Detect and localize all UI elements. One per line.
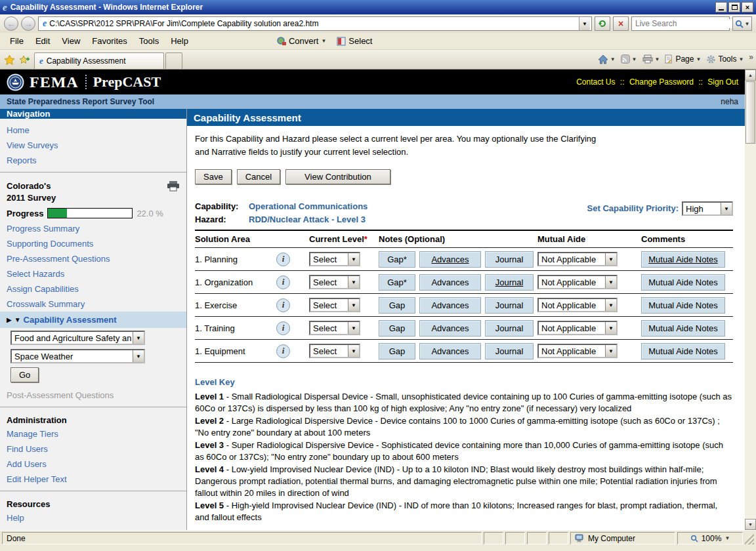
favorites-star-icon[interactable] [4,54,15,66]
sidebar-item-reports[interactable]: Reports [0,153,186,168]
sidebar-item-add-users[interactable]: Add Users [0,457,186,472]
advances-button[interactable]: Advances [419,274,481,291]
sidebar-item-pre-assessment-questions[interactable]: Pre-Assessment Questions [0,251,186,266]
sidebar-item-capability-assessment-active[interactable]: ▶ ▼ Capability Assessment [0,312,186,328]
journal-button[interactable]: Journal [485,320,534,337]
sidebar-item-assign-capabilities[interactable]: Assign Capabilities [0,281,186,296]
feeds-button[interactable]: ▼ [621,54,637,64]
mutual-aide-select[interactable]: Not Applicable▼ [537,252,618,266]
cancel-button[interactable]: Cancel [237,169,280,184]
sidebar-item-faq[interactable]: FAQ [0,525,186,530]
home-button[interactable]: ▼ [598,54,616,64]
menu-help[interactable]: Help [165,34,194,48]
sidebar-item-crosswalk-summary[interactable]: Crosswalk Summary [0,296,186,312]
scroll-up-button[interactable]: ▲ [745,70,756,81]
mutual-aide-notes-button[interactable]: Mutual Aide Notes [641,343,725,359]
current-level-select[interactable]: Select▼ [309,344,360,358]
info-icon[interactable]: i [276,253,290,266]
menu-view[interactable]: View [56,34,86,48]
scrollbar-thumb[interactable] [746,81,755,144]
back-button[interactable]: ← [4,16,18,31]
sidebar-item-home[interactable]: Home [0,123,186,138]
stop-button[interactable]: × [613,16,629,31]
resize-grip[interactable] [745,532,754,544]
info-icon[interactable]: i [276,298,290,312]
sidebar-item-manage-tiers[interactable]: Manage Tiers [0,426,186,441]
search-go-button[interactable]: ▼ [732,16,752,31]
new-tab-stub[interactable] [165,52,182,69]
mutual-aide-notes-button[interactable]: Mutual Aide Notes [641,297,725,314]
advances-button[interactable]: Advances [419,343,481,359]
live-search-input[interactable] [632,19,740,28]
mutual-aide-notes-button[interactable]: Mutual Aide Notes [641,274,725,291]
minimize-button[interactable] [715,2,727,12]
mutual-aide-notes-button[interactable]: Mutual Aide Notes [641,320,725,337]
menu-file[interactable]: File [4,34,30,48]
priority-select[interactable]: High ▼ [682,201,733,216]
toolbar-overflow-chevron[interactable]: » [749,52,753,66]
close-button[interactable]: × [742,2,753,12]
address-input[interactable] [49,19,579,28]
convert-button[interactable]: Convert ▼ [273,35,330,47]
advances-button[interactable]: Advances [419,320,481,337]
sign-out-link[interactable]: Sign Out [707,77,738,87]
gap-button[interactable]: Gap* [379,274,415,291]
forward-button[interactable]: → [21,16,35,31]
add-favorite-icon[interactable] [19,54,30,66]
capability-select[interactable]: Food and Agriculture Safety an ▼ [10,331,145,345]
sidebar-item-progress-summary[interactable]: Progress Summary [0,221,186,236]
print-survey-icon[interactable] [167,180,180,192]
sidebar-item-help[interactable]: Help [0,510,186,525]
sidebar-item-find-users[interactable]: Find Users [0,441,186,457]
tools-menu-button[interactable]: Tools▼ [706,54,744,64]
address-dropdown-button[interactable]: ▼ [579,17,590,30]
info-icon[interactable]: i [276,344,290,358]
gap-button[interactable]: Gap [379,320,415,337]
contact-us-link[interactable]: Contact Us [576,77,615,87]
sidebar-item-supporting-documents[interactable]: Supporting Documents [0,236,186,251]
print-button[interactable]: ▼ [642,54,660,64]
journal-button[interactable]: Journal [485,251,534,268]
info-icon[interactable]: i [276,276,290,289]
go-button[interactable]: Go [10,367,39,382]
menu-edit[interactable]: Edit [30,34,56,48]
mutual-aide-select[interactable]: Not Applicable▼ [537,321,618,335]
mutual-aide-select[interactable]: Not Applicable▼ [537,298,618,312]
status-zoom-control[interactable]: 100% ▼ [677,532,743,544]
hazard-select[interactable]: Space Weather ▼ [10,349,145,363]
advances-button[interactable]: Advances [419,251,481,268]
vertical-scrollbar[interactable]: ▲ ▼ [745,70,756,530]
mutual-aide-select[interactable]: Not Applicable▼ [537,344,618,358]
save-button[interactable]: Save [195,169,232,184]
change-password-link[interactable]: Change Password [629,77,694,87]
current-level-select[interactable]: Select▼ [309,321,360,335]
menu-favorites[interactable]: Favorites [86,34,133,48]
gap-button[interactable]: Gap* [379,251,415,268]
mutual-aide-select[interactable]: Not Applicable▼ [537,275,618,289]
hazard-value-link[interactable]: RDD/Nuclear Attack - Level 3 [249,214,368,224]
sidebar-item-select-hazards[interactable]: Select Hazards [0,266,186,281]
sidebar-item-edit-helper-text[interactable]: Edit Helper Text [0,472,186,487]
tab-capability-assessment[interactable]: e Capability Assessment [34,52,164,69]
current-level-select[interactable]: Select▼ [309,275,360,289]
capability-value-link[interactable]: Operational Communications [249,201,368,211]
journal-button[interactable]: Journal [485,343,534,359]
scrollbar-track[interactable] [745,144,756,519]
restore-button[interactable] [728,2,740,12]
mutual-aide-notes-button[interactable]: Mutual Aide Notes [641,251,725,268]
journal-button[interactable]: Journal [485,274,534,291]
page-menu-button[interactable]: Page▼ [665,54,701,64]
view-contribution-button[interactable]: View Contribution [285,169,390,184]
advances-button[interactable]: Advances [419,297,481,314]
sidebar-item-view-surveys[interactable]: View Surveys [0,138,186,153]
gap-button[interactable]: Gap [379,297,415,314]
current-level-select[interactable]: Select▼ [309,252,360,266]
menu-tools[interactable]: Tools [133,34,165,48]
current-level-select[interactable]: Select▼ [309,298,360,312]
gap-button[interactable]: Gap [379,343,415,359]
journal-button[interactable]: Journal [485,297,534,314]
scroll-down-button[interactable]: ▼ [745,519,756,530]
select-button[interactable]: Select [333,35,376,47]
refresh-button[interactable] [595,16,610,31]
info-icon[interactable]: i [276,321,290,335]
